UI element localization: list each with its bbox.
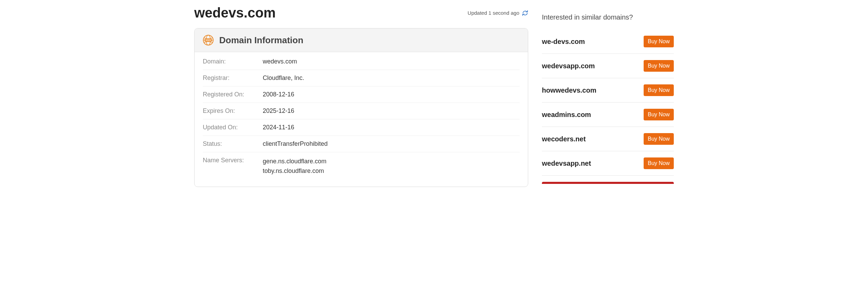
buy-now-button[interactable]: Buy Now: [644, 109, 674, 120]
buy-now-button[interactable]: Buy Now: [644, 60, 674, 72]
similar-domains-title: Interested in similar domains?: [542, 13, 674, 21]
info-row-registered-on: Registered On: 2008-12-16: [203, 86, 520, 103]
promo-bar-top: [542, 182, 674, 184]
info-label: Name Servers:: [203, 152, 263, 180]
similar-domain-name: weadmins.com: [542, 111, 591, 119]
buy-now-button[interactable]: Buy Now: [644, 84, 674, 96]
info-row-name-servers: Name Servers: gene.ns.cloudflare.com tob…: [203, 152, 520, 180]
updated-timestamp: Updated 1 second ago: [468, 10, 519, 16]
similar-domain-name: wedevsapp.com: [542, 62, 595, 70]
info-value: 2024-11-16: [263, 119, 520, 136]
info-label: Expires On:: [203, 103, 263, 119]
similar-domain-name: wedevsapp.net: [542, 160, 591, 167]
nameserver-value: gene.ns.cloudflare.com: [263, 157, 520, 166]
info-label: Status:: [203, 136, 263, 152]
info-row-updated-on: Updated On: 2024-11-16: [203, 119, 520, 136]
info-value: 2025-12-16: [263, 103, 520, 119]
info-value: Cloudflare, Inc.: [263, 70, 520, 86]
info-value: gene.ns.cloudflare.com toby.ns.cloudflar…: [263, 152, 520, 180]
buy-now-button[interactable]: Buy Now: [644, 157, 674, 169]
info-row-registrar: Registrar: Cloudflare, Inc.: [203, 70, 520, 86]
info-label: Registered On:: [203, 86, 263, 103]
nameserver-value: toby.ns.cloudflare.com: [263, 166, 520, 176]
info-label: Updated On:: [203, 119, 263, 136]
info-row-status: Status: clientTransferProhibited: [203, 136, 520, 152]
card-title: Domain Information: [219, 35, 303, 46]
info-row-domain: Domain: wedevs.com: [203, 54, 520, 70]
page-title: wedevs.com: [194, 5, 276, 21]
similar-domain-name: we-devs.com: [542, 38, 585, 46]
similar-domain-row: wecoders.net Buy Now: [542, 127, 674, 151]
svg-text:WWW: WWW: [206, 39, 211, 41]
similar-domain-row: howwedevs.com Buy Now: [542, 78, 674, 103]
info-label: Domain:: [203, 54, 263, 70]
info-value: wedevs.com: [263, 54, 520, 70]
info-label: Registrar:: [203, 70, 263, 86]
info-value: clientTransferProhibited: [263, 136, 520, 152]
buy-now-button[interactable]: Buy Now: [644, 133, 674, 145]
info-value: 2008-12-16: [263, 86, 520, 103]
similar-domain-row: wedevsapp.net Buy Now: [542, 151, 674, 176]
similar-domain-name: howwedevs.com: [542, 86, 596, 94]
info-row-expires-on: Expires On: 2025-12-16: [203, 103, 520, 119]
similar-domain-row: we-devs.com Buy Now: [542, 30, 674, 54]
refresh-icon[interactable]: [522, 10, 528, 16]
similar-domain-row: wedevsapp.com Buy Now: [542, 54, 674, 78]
similar-domain-row: weadmins.com Buy Now: [542, 103, 674, 127]
similar-domain-name: wecoders.net: [542, 135, 586, 143]
buy-now-button[interactable]: Buy Now: [644, 36, 674, 47]
domain-information-card: WWW Domain Information Domain: wedevs.co…: [194, 28, 528, 187]
www-icon: WWW: [203, 35, 214, 46]
